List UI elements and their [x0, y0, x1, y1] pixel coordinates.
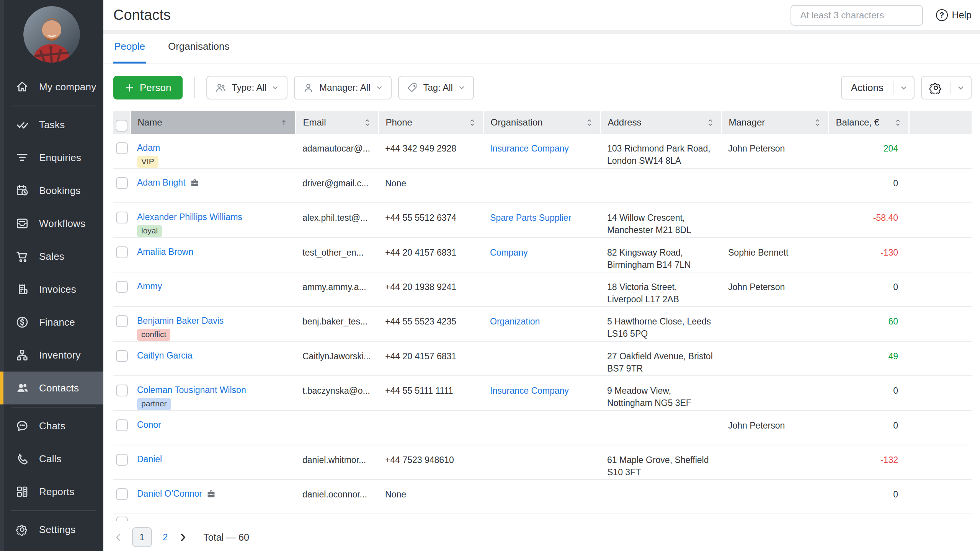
- contact-name-link[interactable]: Benjamin Baker Davis: [137, 315, 224, 326]
- sidebar-item-inventory[interactable]: Inventory: [0, 339, 103, 372]
- table-row: Ammy ammy.ammy.a... +44 20 1938 9241 18 …: [113, 272, 972, 306]
- table-row: Adam VIP adamautocar@... +44 342 949 292…: [113, 134, 972, 168]
- row-checkbox[interactable]: [116, 246, 128, 258]
- row-checkbox[interactable]: [116, 454, 128, 466]
- sidebar-item-sales[interactable]: Sales: [0, 240, 103, 273]
- sidebar: My company Tasks Enquiries Bookings Work…: [0, 0, 103, 551]
- calendar-clock-icon: [15, 184, 29, 197]
- page-button-current[interactable]: 1: [132, 527, 152, 547]
- phone-cell: +44 20 4157 6831: [378, 238, 483, 272]
- sidebar-item-my-company[interactable]: My company: [0, 70, 103, 103]
- page-button-2[interactable]: 2: [163, 532, 168, 543]
- sidebar-item-reports[interactable]: Reports: [0, 475, 103, 508]
- organisation-link[interactable]: Insurance Company: [490, 386, 569, 396]
- organisation-link[interactable]: Company: [490, 248, 528, 258]
- sidebar-item-chats[interactable]: Chats: [0, 409, 103, 442]
- person-outline-icon: [302, 82, 314, 94]
- row-checkbox[interactable]: [116, 177, 128, 189]
- gear-icon[interactable]: [922, 82, 950, 94]
- table-settings-button[interactable]: [921, 76, 972, 99]
- contact-name-link[interactable]: Coleman Tousignant Wilson: [137, 385, 246, 395]
- contact-name-link[interactable]: Caitlyn Garcia: [137, 350, 192, 361]
- column-header-name[interactable]: Name: [130, 111, 296, 134]
- chevron-down-icon: [458, 84, 466, 91]
- contact-name-link[interactable]: Daniel O’Connor: [137, 488, 202, 499]
- column-header-extra: [909, 111, 972, 134]
- contact-name-link[interactable]: Daniel: [137, 454, 162, 465]
- actions-button[interactable]: Actions: [841, 76, 915, 99]
- contact-name-link[interactable]: Amaliia Brown: [137, 246, 193, 257]
- sidebar-item-enquiries[interactable]: Enquiries: [0, 141, 103, 174]
- column-header-balance[interactable]: Balance, €: [828, 111, 909, 134]
- sidebar-item-invoices[interactable]: Invoices: [0, 273, 103, 306]
- page-title: Contacts: [113, 7, 171, 23]
- balance-cell: -130: [828, 238, 909, 272]
- avatar[interactable]: [23, 6, 80, 63]
- column-header-manager[interactable]: Manager: [721, 111, 828, 134]
- sidebar-item-finance[interactable]: Finance: [0, 306, 103, 339]
- organisation-link[interactable]: Spare Parts Supplier: [490, 213, 571, 223]
- sidebar-item-settings[interactable]: Settings: [0, 513, 103, 546]
- row-checkbox[interactable]: [116, 385, 128, 396]
- row-checkbox[interactable]: [116, 488, 128, 500]
- manager-cell: [721, 341, 828, 376]
- search-input[interactable]: [800, 10, 919, 21]
- column-header-email[interactable]: Email: [296, 111, 378, 134]
- filter-tag-all[interactable]: Tag: All: [398, 76, 474, 99]
- contact-name-link[interactable]: Adam: [137, 142, 160, 153]
- sidebar-item-calls[interactable]: Calls: [0, 442, 103, 475]
- tag-badge: loyal: [137, 225, 162, 237]
- tab-people[interactable]: People: [113, 41, 146, 64]
- email-cell: alex.phil.test@...: [296, 203, 378, 238]
- contact-name-link[interactable]: Adam Bright: [137, 177, 186, 188]
- sidebar-item-bookings[interactable]: Bookings: [0, 174, 103, 207]
- filter-manager-all[interactable]: Manager: All: [294, 76, 391, 99]
- sidebar-item-contacts[interactable]: Contacts: [0, 372, 103, 404]
- contact-name-link[interactable]: Ammy: [137, 281, 162, 292]
- tab-bar: People Organisations: [103, 34, 980, 64]
- search-box[interactable]: [791, 5, 923, 26]
- chevron-down-icon[interactable]: [893, 84, 914, 92]
- filter-type-all[interactable]: Type: All: [206, 76, 287, 99]
- row-checkbox[interactable]: [116, 212, 128, 223]
- funnel-icon: [15, 151, 29, 165]
- tab-organisations[interactable]: Organisations: [167, 41, 230, 64]
- organisation-link[interactable]: Organization: [490, 316, 540, 326]
- phone-cell: +44 55 5523 4235: [378, 306, 483, 341]
- phone-cell: None: [378, 479, 483, 514]
- add-person-button[interactable]: Person: [113, 76, 183, 99]
- plus-icon: [125, 83, 134, 93]
- prev-page-icon[interactable]: [113, 532, 124, 543]
- contact-name-link[interactable]: Alexander Phillips Williams: [137, 212, 242, 222]
- manager-cell: [721, 376, 828, 411]
- next-page-icon[interactable]: [178, 532, 188, 543]
- row-checkbox[interactable]: [116, 281, 128, 293]
- column-header-address[interactable]: Address: [600, 111, 721, 134]
- balance-cell: 204: [828, 134, 909, 168]
- address-cell: 61 Maple Grove, Sheffield S10 3FT: [600, 445, 721, 479]
- sort-toggle-icon: [364, 118, 371, 127]
- organisation-link[interactable]: Insurance Company: [490, 143, 569, 153]
- table-row: Daniel O’Connor daniel.oconnor... None 0: [113, 479, 972, 514]
- column-header-phone[interactable]: Phone: [378, 111, 483, 134]
- row-checkbox[interactable]: [116, 419, 128, 431]
- modules-icon: [15, 348, 29, 362]
- row-checkbox[interactable]: [116, 517, 128, 521]
- sidebar-item-workflows[interactable]: Workflows: [0, 207, 103, 240]
- column-header-organisation[interactable]: Organisation: [483, 111, 600, 134]
- contact-name-link[interactable]: Conor: [137, 419, 161, 430]
- help-button[interactable]: ? Help: [936, 9, 972, 21]
- row-checkbox[interactable]: [116, 350, 128, 362]
- row-checkbox[interactable]: [116, 315, 128, 327]
- table-row: Daniel daniel.whitmor... +44 7523 948610…: [113, 445, 972, 479]
- select-all-checkbox[interactable]: [116, 120, 127, 132]
- manager-cell: [721, 306, 828, 341]
- balance-cell: -132: [828, 445, 909, 479]
- address-cell: 14 Willow Crescent, Manchester M21 8DL: [600, 203, 721, 238]
- pagination: 1 2 Total — 60: [113, 527, 972, 547]
- manager-cell: John Peterson: [721, 272, 828, 306]
- select-all-header[interactable]: [113, 111, 130, 134]
- sidebar-item-tasks[interactable]: Tasks: [0, 108, 103, 141]
- row-checkbox[interactable]: [116, 142, 128, 154]
- chevron-down-icon[interactable]: [951, 84, 971, 92]
